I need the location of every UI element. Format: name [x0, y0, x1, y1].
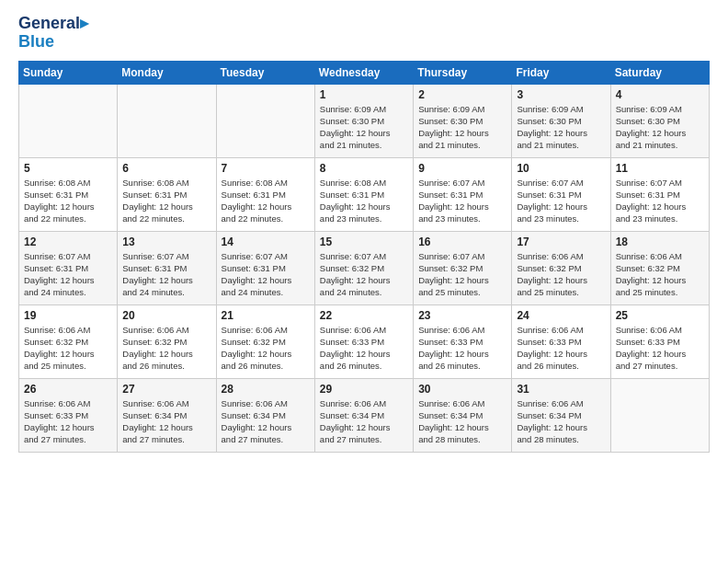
day-info: Sunrise: 6:06 AM Sunset: 6:34 PM Dayligh… [418, 397, 506, 446]
day-number: 11 [616, 162, 704, 175]
day-number: 15 [320, 236, 408, 248]
day-info: Sunrise: 6:06 AM Sunset: 6:32 PM Dayligh… [517, 250, 605, 299]
calendar-cell: 20Sunrise: 6:06 AM Sunset: 6:32 PM Dayli… [118, 304, 216, 378]
day-number: 2 [418, 88, 506, 101]
calendar-cell: 16Sunrise: 6:07 AM Sunset: 6:32 PM Dayli… [414, 231, 512, 304]
day-info: Sunrise: 6:08 AM Sunset: 6:31 PM Dayligh… [24, 177, 112, 225]
logo-general: General▸ [18, 15, 88, 33]
day-number: 4 [616, 88, 704, 101]
day-info: Sunrise: 6:06 AM Sunset: 6:34 PM Dayligh… [122, 397, 210, 446]
day-number: 28 [222, 383, 310, 396]
day-info: Sunrise: 6:09 AM Sunset: 6:30 PM Dayligh… [418, 103, 506, 152]
day-number: 7 [222, 162, 310, 175]
day-info: Sunrise: 6:06 AM Sunset: 6:32 PM Dayligh… [616, 250, 704, 299]
calendar-cell: 15Sunrise: 6:07 AM Sunset: 6:32 PM Dayli… [314, 231, 413, 304]
calendar-cell [610, 378, 709, 452]
weekday-header-thursday: Thursday [414, 61, 512, 84]
day-number: 19 [24, 309, 112, 322]
day-info: Sunrise: 6:06 AM Sunset: 6:33 PM Dayligh… [517, 324, 605, 373]
weekday-header-monday: Monday [118, 61, 216, 84]
day-number: 8 [320, 162, 408, 175]
day-number: 18 [616, 236, 704, 248]
day-info: Sunrise: 6:06 AM Sunset: 6:34 PM Dayligh… [320, 397, 408, 446]
page: General▸ Blue SundayMondayTuesdayWednesd… [0, 0, 728, 462]
calendar-cell [19, 84, 118, 157]
calendar-cell: 28Sunrise: 6:06 AM Sunset: 6:34 PM Dayli… [216, 378, 314, 452]
day-info: Sunrise: 6:06 AM Sunset: 6:33 PM Dayligh… [616, 324, 704, 373]
day-number: 13 [122, 236, 210, 248]
calendar-cell: 26Sunrise: 6:06 AM Sunset: 6:33 PM Dayli… [19, 378, 118, 452]
calendar-cell: 22Sunrise: 6:06 AM Sunset: 6:33 PM Dayli… [314, 304, 413, 378]
calendar-cell: 7Sunrise: 6:08 AM Sunset: 6:31 PM Daylig… [216, 157, 314, 231]
calendar-cell: 5Sunrise: 6:08 AM Sunset: 6:31 PM Daylig… [19, 157, 118, 231]
day-info: Sunrise: 6:07 AM Sunset: 6:31 PM Dayligh… [616, 177, 704, 225]
day-info: Sunrise: 6:08 AM Sunset: 6:31 PM Dayligh… [122, 177, 210, 225]
day-info: Sunrise: 6:09 AM Sunset: 6:30 PM Dayligh… [517, 103, 605, 152]
day-number: 3 [517, 88, 605, 101]
day-info: Sunrise: 6:06 AM Sunset: 6:32 PM Dayligh… [122, 324, 210, 373]
day-number: 27 [122, 383, 210, 396]
weekday-header-tuesday: Tuesday [216, 61, 314, 84]
calendar-cell: 23Sunrise: 6:06 AM Sunset: 6:33 PM Dayli… [414, 304, 512, 378]
logo-blue: Blue [18, 33, 88, 52]
calendar-cell: 18Sunrise: 6:06 AM Sunset: 6:32 PM Dayli… [610, 231, 709, 304]
day-number: 29 [320, 383, 408, 396]
calendar-week-3: 12Sunrise: 6:07 AM Sunset: 6:31 PM Dayli… [19, 231, 710, 304]
calendar-cell: 9Sunrise: 6:07 AM Sunset: 6:31 PM Daylig… [414, 157, 512, 231]
day-info: Sunrise: 6:08 AM Sunset: 6:31 PM Dayligh… [222, 177, 310, 225]
calendar-cell: 8Sunrise: 6:08 AM Sunset: 6:31 PM Daylig… [314, 157, 413, 231]
day-number: 25 [616, 309, 704, 322]
weekday-header-saturday: Saturday [610, 61, 709, 84]
weekday-header-friday: Friday [512, 61, 610, 84]
day-info: Sunrise: 6:08 AM Sunset: 6:31 PM Dayligh… [320, 177, 408, 225]
calendar-week-5: 26Sunrise: 6:06 AM Sunset: 6:33 PM Dayli… [19, 378, 710, 452]
calendar-cell: 10Sunrise: 6:07 AM Sunset: 6:31 PM Dayli… [512, 157, 610, 231]
calendar-cell: 2Sunrise: 6:09 AM Sunset: 6:30 PM Daylig… [414, 84, 512, 157]
weekday-header-wednesday: Wednesday [314, 61, 413, 84]
day-info: Sunrise: 6:06 AM Sunset: 6:33 PM Dayligh… [418, 324, 506, 373]
calendar-cell: 27Sunrise: 6:06 AM Sunset: 6:34 PM Dayli… [118, 378, 216, 452]
day-info: Sunrise: 6:07 AM Sunset: 6:31 PM Dayligh… [122, 250, 210, 299]
day-info: Sunrise: 6:07 AM Sunset: 6:31 PM Dayligh… [222, 250, 310, 299]
day-number: 1 [320, 88, 408, 101]
calendar-cell: 29Sunrise: 6:06 AM Sunset: 6:34 PM Dayli… [314, 378, 413, 452]
calendar-cell [216, 84, 314, 157]
day-info: Sunrise: 6:06 AM Sunset: 6:33 PM Dayligh… [24, 397, 112, 446]
logo: General▸ Blue [18, 15, 88, 52]
day-number: 5 [24, 162, 112, 175]
day-number: 9 [418, 162, 506, 175]
day-number: 12 [24, 236, 112, 248]
calendar-cell: 11Sunrise: 6:07 AM Sunset: 6:31 PM Dayli… [610, 157, 709, 231]
day-info: Sunrise: 6:06 AM Sunset: 6:32 PM Dayligh… [222, 324, 310, 373]
day-number: 31 [517, 383, 605, 396]
day-info: Sunrise: 6:07 AM Sunset: 6:31 PM Dayligh… [24, 250, 112, 299]
calendar-cell: 4Sunrise: 6:09 AM Sunset: 6:30 PM Daylig… [610, 84, 709, 157]
calendar-cell: 17Sunrise: 6:06 AM Sunset: 6:32 PM Dayli… [512, 231, 610, 304]
calendar-week-4: 19Sunrise: 6:06 AM Sunset: 6:32 PM Dayli… [19, 304, 710, 378]
calendar-cell: 30Sunrise: 6:06 AM Sunset: 6:34 PM Dayli… [414, 378, 512, 452]
day-info: Sunrise: 6:07 AM Sunset: 6:32 PM Dayligh… [418, 250, 506, 299]
calendar-cell [118, 84, 216, 157]
day-info: Sunrise: 6:07 AM Sunset: 6:31 PM Dayligh… [418, 177, 506, 225]
calendar-cell: 25Sunrise: 6:06 AM Sunset: 6:33 PM Dayli… [610, 304, 709, 378]
calendar-cell: 24Sunrise: 6:06 AM Sunset: 6:33 PM Dayli… [512, 304, 610, 378]
day-number: 22 [320, 309, 408, 322]
weekday-header-sunday: Sunday [19, 61, 118, 84]
day-number: 6 [122, 162, 210, 175]
calendar-cell: 19Sunrise: 6:06 AM Sunset: 6:32 PM Dayli… [19, 304, 118, 378]
day-info: Sunrise: 6:09 AM Sunset: 6:30 PM Dayligh… [320, 103, 408, 152]
day-info: Sunrise: 6:07 AM Sunset: 6:31 PM Dayligh… [517, 177, 605, 225]
day-number: 14 [222, 236, 310, 248]
calendar-header-row: SundayMondayTuesdayWednesdayThursdayFrid… [19, 61, 710, 84]
day-number: 17 [517, 236, 605, 248]
day-number: 20 [122, 309, 210, 322]
day-number: 16 [418, 236, 506, 248]
day-info: Sunrise: 6:06 AM Sunset: 6:32 PM Dayligh… [24, 324, 112, 373]
header: General▸ Blue [18, 15, 710, 52]
day-number: 24 [517, 309, 605, 322]
calendar-body: 1Sunrise: 6:09 AM Sunset: 6:30 PM Daylig… [19, 84, 710, 452]
day-info: Sunrise: 6:09 AM Sunset: 6:30 PM Dayligh… [616, 103, 704, 152]
calendar-cell: 14Sunrise: 6:07 AM Sunset: 6:31 PM Dayli… [216, 231, 314, 304]
calendar-week-1: 1Sunrise: 6:09 AM Sunset: 6:30 PM Daylig… [19, 84, 710, 157]
day-info: Sunrise: 6:06 AM Sunset: 6:34 PM Dayligh… [517, 397, 605, 446]
